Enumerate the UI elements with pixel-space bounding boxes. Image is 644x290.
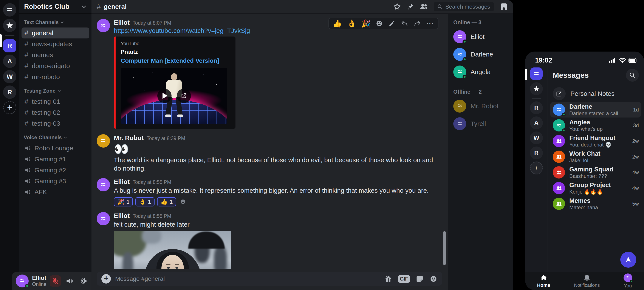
search-button[interactable] [626, 69, 639, 82]
open-external-button[interactable] [177, 89, 191, 103]
mute-microphone-button[interactable] [50, 275, 61, 287]
avatar[interactable]: ≈ [97, 178, 110, 191]
channel-testing-03[interactable]: #testing-03 [22, 118, 89, 129]
gift-button[interactable] [384, 275, 392, 283]
message-author[interactable]: Elliot [114, 178, 130, 185]
section-text-channels[interactable]: Text Channels [19, 14, 92, 27]
more-actions-button[interactable]: ··· [426, 20, 434, 27]
voice-gaming-3[interactable]: Gaming #3 [22, 175, 89, 186]
search-input[interactable]: Search messages [434, 2, 494, 11]
conversation-group-project[interactable]: Group ProjectKenji: 🔥🔥🔥 4w [550, 180, 642, 196]
message-input[interactable]: Message #general [115, 275, 380, 282]
channel-news-updates[interactable]: #news-updates [22, 38, 89, 49]
conversation-memes[interactable]: MemesMateo: haha 5w [550, 196, 642, 212]
video-thumbnail[interactable] [121, 68, 227, 124]
avatar[interactable]: ≈ [97, 134, 110, 147]
favorites-button[interactable] [3, 19, 16, 32]
member-mr-robot[interactable]: ≈ Mr. Robot [453, 100, 513, 113]
edit-message-button[interactable] [388, 20, 396, 27]
conversation-work-chat[interactable]: Work ChatJake: lol 2w [550, 149, 642, 164]
home-logo-button[interactable]: ≈ [530, 67, 542, 80]
message-author[interactable]: Elliot [114, 212, 130, 219]
member-angela[interactable]: ≈ Angela [453, 66, 513, 78]
speaker-icon [24, 167, 31, 173]
new-message-fab[interactable] [620, 252, 636, 268]
gif-button[interactable]: GIF [398, 275, 410, 283]
message-author[interactable]: Elliot [114, 19, 130, 26]
members-button[interactable] [420, 2, 428, 11]
server-a[interactable]: A [530, 117, 543, 129]
section-testing-zone[interactable]: Testing Zone [19, 82, 92, 96]
section-voice-channels[interactable]: Voice Channels [19, 129, 92, 143]
sticker-button[interactable] [416, 275, 424, 283]
reaction-count: 1 [126, 199, 129, 205]
channel-memes[interactable]: #memes [22, 49, 89, 60]
server-robotics-club[interactable]: R [530, 101, 543, 114]
avatar[interactable]: ≈ [97, 212, 110, 225]
conversation-darlene[interactable]: ≈ DarleneDarlene started a call 1d [550, 102, 642, 118]
emoji-button[interactable] [430, 275, 437, 283]
member-tyrell[interactable]: ≈ Tyrell [453, 117, 513, 130]
forward-button[interactable] [414, 20, 421, 27]
voice-gaming-1[interactable]: Gaming #1 [22, 153, 89, 164]
server-header[interactable]: Robotics Club [19, 0, 92, 14]
add-reaction-button[interactable] [376, 20, 383, 27]
avatar[interactable]: ≈ [16, 275, 29, 288]
channel-domo-arigato[interactable]: #dōmo-arigatō [22, 60, 89, 71]
embed-author[interactable]: Prautz [121, 49, 230, 55]
add-reaction-button[interactable] [179, 197, 187, 206]
chat-column: ≈ Elliot Today at 8:07 PM https://www.yo… [92, 14, 448, 290]
conversation-gaming-squad[interactable]: Gaming SquadBasshunter: ??? 4w [550, 164, 642, 180]
favorites-button[interactable] [530, 82, 543, 95]
member-darlene[interactable]: ≈ Darlene [453, 48, 513, 61]
server-w[interactable]: W [530, 132, 543, 144]
chat-scrollbar[interactable] [443, 231, 446, 265]
conversation-anglea[interactable]: ≈ AngleaYou: what’s up 3d [550, 118, 642, 133]
react-thumbs-up-button[interactable]: 👍 [333, 20, 342, 27]
app-logo-button[interactable]: ≈ [3, 3, 16, 16]
star-outline-button[interactable] [393, 3, 401, 10]
conversation-name: Anglea [569, 119, 627, 126]
pin-button[interactable] [406, 3, 414, 10]
channel-testing-02[interactable]: #testing-02 [22, 107, 89, 118]
group-icon [556, 138, 562, 144]
channel-label: dōmo-arigatō [32, 62, 70, 70]
voice-afk[interactable]: AFK [22, 186, 89, 197]
channel-testing-01[interactable]: #testing-01 [22, 96, 89, 107]
personal-notes-item[interactable]: Personal Notes [553, 86, 639, 102]
reaction-emoji: 🎉 [117, 198, 124, 205]
add-server-button[interactable]: + [3, 101, 16, 114]
reaction-ok-hand[interactable]: 👌1 [136, 197, 154, 206]
nav-notifications[interactable]: Notifications [574, 274, 600, 288]
deafen-button[interactable] [64, 275, 75, 287]
attach-button[interactable]: + [102, 274, 111, 284]
reaction-thumbs-up[interactable]: 👍1 [157, 197, 176, 206]
server-r2[interactable]: R [3, 86, 16, 99]
server-w[interactable]: W [3, 70, 16, 83]
add-server-button[interactable]: + [530, 161, 543, 174]
server-r2[interactable]: R [530, 146, 543, 159]
nav-you[interactable]: ≈ You [624, 274, 632, 289]
voice-robo-lounge[interactable]: Robo Lounge [22, 143, 89, 153]
play-button[interactable] [157, 89, 172, 103]
voice-gaming-2[interactable]: Gaming #2 [22, 164, 89, 175]
channel-label: testing-01 [32, 98, 60, 105]
embed-title-link[interactable]: Computer Man [Extended Version] [121, 57, 230, 64]
member-list-toggle-button[interactable] [500, 2, 508, 11]
channel-general[interactable]: #general [22, 27, 89, 38]
nav-home[interactable]: Home [537, 274, 550, 288]
channel-mr-roboto[interactable]: #mr-roboto [22, 71, 89, 82]
conversation-friend-hangout[interactable]: Friend HangoutYou: dead chat 💀 2w [550, 133, 642, 149]
settings-button[interactable] [78, 275, 89, 287]
server-robotics-club[interactable]: R [3, 39, 16, 52]
member-elliot[interactable]: ≈ Elliot [453, 30, 513, 43]
youtube-link[interactable]: https://www.youtube.com/watch?v=jeg_TJvk… [114, 27, 250, 34]
avatar[interactable]: ≈ [97, 19, 110, 32]
reaction-party[interactable]: 🎉1 [114, 197, 133, 206]
reply-button[interactable] [400, 20, 408, 27]
react-party-button[interactable]: 🎉 [362, 20, 370, 27]
react-ok-hand-button[interactable]: 👌 [347, 20, 356, 27]
attached-photo[interactable] [114, 231, 231, 269]
server-a[interactable]: A [3, 55, 16, 68]
message-author[interactable]: Mr. Robot [114, 134, 144, 142]
